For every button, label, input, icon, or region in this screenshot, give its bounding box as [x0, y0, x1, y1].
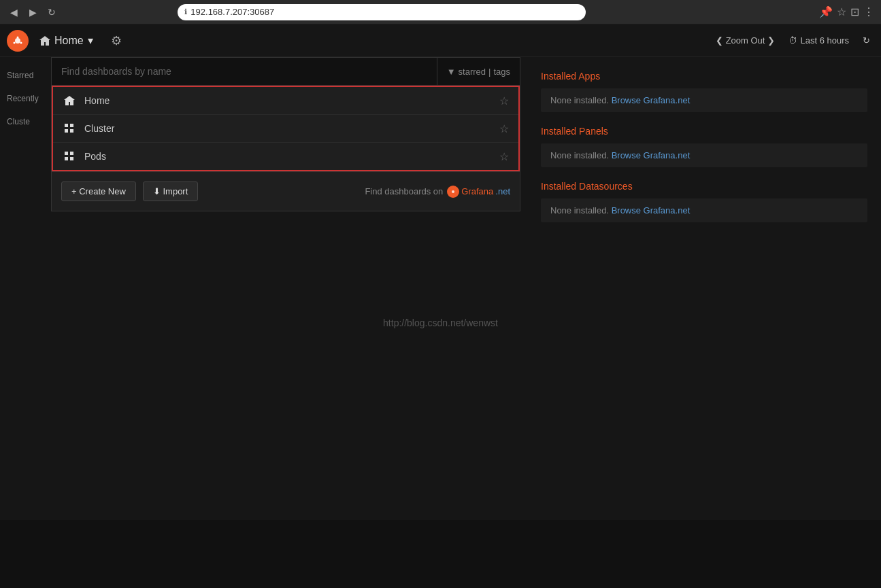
installed-panels-title: Installed Panels	[541, 126, 867, 137]
installed-apps-title: Installed Apps	[541, 71, 867, 82]
dropdown-footer: + Create New ⬇ Import Find dashboards on…	[52, 171, 520, 211]
footer-find-text: Find dashboards on Grafana .net	[365, 186, 510, 198]
search-bar: ▼ starred | tags	[52, 58, 520, 86]
main-content: http://blog.csdn.net/wenwst Starred Rece…	[0, 57, 881, 588]
time-range-section[interactable]: ⏱ Last 6 hours	[784, 33, 853, 48]
dashboard-name-pods: Pods	[84, 151, 499, 162]
nav-right: ❮ Zoom Out ❯ ⏱ Last 6 hours ↻	[712, 33, 874, 48]
browser-bar: ◀ ▶ ↻ ℹ 192.168.7.207:30687 📌 ☆ ⊡ ⋮	[0, 0, 881, 24]
star-icon[interactable]: ☆	[837, 5, 846, 18]
starred-filter-label: starred	[459, 67, 486, 77]
browser-refresh-button[interactable]: ↻	[45, 5, 59, 19]
time-range-label: Last 6 hours	[800, 35, 849, 46]
dashboard-dropdown: ▼ starred | tags Home ☆	[51, 57, 520, 211]
bottom-area	[0, 520, 881, 588]
installed-panels-content: None installed. Browse Grafana.net	[541, 143, 867, 167]
settings-icon[interactable]: ⚙	[105, 31, 127, 51]
browser-url-bar[interactable]: ℹ 192.168.7.207:30687	[178, 4, 586, 20]
sidebar-starred[interactable]: Starred	[7, 71, 44, 80]
dashboard-item-pods[interactable]: Pods ☆	[53, 143, 518, 170]
star-cluster[interactable]: ☆	[499, 122, 509, 135]
filter-icon: ▼	[447, 67, 456, 77]
grafana-logo[interactable]	[7, 30, 29, 52]
home-dropdown-icon: ▾	[88, 34, 93, 47]
grafana-nav: Home ▾ ⚙ ❮ Zoom Out ❯ ⏱ Last 6 hours ↻	[0, 24, 881, 57]
sidebar-recently[interactable]: Recently	[7, 94, 44, 103]
filter-separator: |	[488, 67, 491, 77]
chevron-left-icon: ❮	[716, 35, 723, 46]
cluster-icon	[63, 122, 76, 135]
dashboard-list: Home ☆ Cluster ☆	[52, 86, 520, 171]
clock-icon: ⏱	[788, 35, 797, 46]
sidebar-cluster[interactable]: Cluste	[7, 117, 44, 126]
watermark: http://blog.csdn.net/wenwst	[383, 317, 498, 328]
dashboard-name-cluster: Cluster	[84, 123, 499, 134]
browser-forward-button[interactable]: ▶	[26, 5, 39, 19]
svg-point-3	[20, 41, 22, 44]
svg-point-1	[15, 38, 20, 44]
svg-point-4	[14, 41, 16, 44]
browser-back-button[interactable]: ◀	[7, 5, 20, 19]
find-dashboards-label: Find dashboards on	[365, 186, 443, 196]
menu-icon[interactable]: ⋮	[863, 5, 874, 18]
installed-datasources-content: None installed. Browse Grafana.net	[541, 198, 867, 222]
browser-right-icons: 📌 ☆ ⊡ ⋮	[819, 5, 874, 18]
refresh-icon: ↻	[863, 35, 870, 46]
installed-apps-content: None installed. Browse Grafana.net	[541, 88, 867, 112]
dashboard-name-home: Home	[84, 95, 499, 106]
home-nav-label: Home	[54, 35, 84, 47]
home-icon	[63, 94, 76, 107]
installed-panels-text: None installed.	[550, 150, 609, 160]
svg-point-6	[452, 190, 454, 193]
import-button[interactable]: ⬇ Import	[143, 181, 198, 201]
search-input[interactable]	[52, 59, 437, 84]
installed-apps-text: None installed.	[550, 95, 609, 105]
right-panel: Installed Apps None installed. Browse Gr…	[527, 57, 881, 249]
create-new-button[interactable]: + Create New	[61, 181, 136, 201]
pin-icon[interactable]: 📌	[819, 5, 833, 18]
pods-icon	[63, 150, 76, 163]
svg-point-2	[17, 36, 19, 38]
browse-datasources-link[interactable]: Browse Grafana.net	[612, 205, 691, 215]
installed-datasources-text: None installed.	[550, 205, 609, 215]
star-home[interactable]: ☆	[499, 94, 509, 107]
installed-datasources-title: Installed Datasources	[541, 181, 867, 192]
lock-icon: ℹ	[184, 7, 187, 16]
browse-panels-link[interactable]: Browse Grafana.net	[612, 150, 691, 160]
grafana-net-icon	[447, 186, 459, 198]
zoom-out-section[interactable]: ❮ Zoom Out ❯	[712, 33, 780, 48]
chevron-right-icon: ❯	[767, 35, 775, 46]
star-pods[interactable]: ☆	[499, 150, 509, 163]
search-filters[interactable]: ▼ starred | tags	[437, 58, 520, 85]
cast-icon[interactable]: ⊡	[850, 5, 859, 18]
dashboard-item-home[interactable]: Home ☆	[53, 87, 518, 115]
zoom-out-label: Zoom Out	[726, 35, 765, 46]
browse-apps-link[interactable]: Browse Grafana.net	[612, 95, 691, 105]
grafana-net-logo[interactable]: Grafana .net	[447, 186, 510, 198]
home-nav-button[interactable]: Home ▾	[34, 31, 99, 50]
sidebar: Starred Recently Cluste	[0, 57, 51, 588]
dashboard-item-cluster[interactable]: Cluster ☆	[53, 115, 518, 143]
url-text: 192.168.7.207:30687	[190, 7, 274, 17]
nav-refresh-button[interactable]: ↻	[859, 33, 874, 48]
tags-filter-label: tags	[493, 67, 510, 77]
grafana-label: Grafana	[461, 186, 493, 196]
grafana-net-suffix: .net	[495, 186, 510, 196]
